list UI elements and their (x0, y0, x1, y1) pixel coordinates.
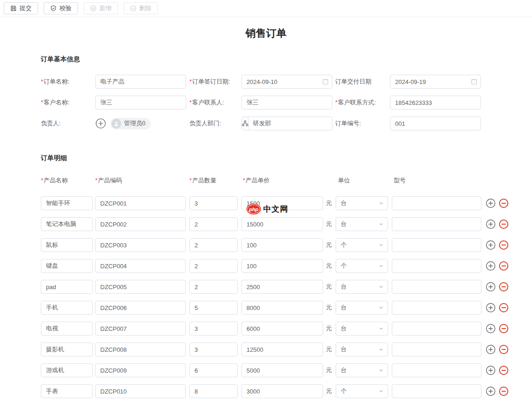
unit-select[interactable]: 台 (336, 363, 388, 377)
product-model-input[interactable] (392, 238, 481, 252)
product-code-input[interactable] (95, 196, 186, 210)
product-name-input[interactable] (41, 238, 93, 252)
product-name-input[interactable] (41, 384, 93, 398)
chevron-down-icon (378, 305, 384, 310)
product-price-input[interactable] (241, 384, 323, 398)
product-qty-input[interactable] (189, 217, 238, 231)
row-add-button[interactable] (486, 323, 496, 334)
unit-select[interactable]: 台 (336, 301, 388, 315)
product-price-input[interactable] (241, 196, 323, 210)
product-code-input[interactable] (95, 238, 186, 252)
unit-select-value: 个 (341, 262, 347, 270)
row-add-button[interactable] (486, 219, 496, 229)
add-member-button[interactable] (95, 118, 106, 129)
row-remove-button[interactable] (499, 386, 509, 396)
delete-button[interactable]: 删除 (123, 2, 158, 14)
product-model-input[interactable] (392, 384, 481, 398)
product-name-input[interactable] (41, 217, 93, 231)
owner-dept-input[interactable] (249, 117, 332, 130)
row-add-button[interactable] (486, 198, 496, 208)
unit-select[interactable]: 台 (336, 280, 388, 294)
product-qty-input[interactable] (189, 238, 238, 252)
product-model-input[interactable] (392, 217, 481, 231)
validate-button[interactable]: 校验 (44, 2, 78, 14)
product-model-input[interactable] (392, 322, 481, 336)
product-name-input[interactable] (41, 280, 93, 294)
row-add-button[interactable] (486, 303, 496, 313)
product-price-input[interactable] (241, 238, 323, 252)
product-qty-input[interactable] (189, 259, 238, 273)
product-qty-input[interactable] (189, 322, 238, 336)
row-add-button[interactable] (486, 386, 496, 396)
row-add-button[interactable] (486, 240, 496, 250)
product-model-input[interactable] (392, 363, 481, 377)
owner-member-tag[interactable]: 管理员0 (110, 118, 151, 129)
row-remove-button[interactable] (499, 344, 509, 355)
product-code-input[interactable] (95, 384, 186, 398)
product-code-input[interactable] (95, 301, 186, 315)
unit-select[interactable]: 台 (336, 217, 388, 231)
customer-contact-input[interactable] (241, 96, 332, 110)
sign-date-input[interactable] (241, 75, 332, 89)
row-remove-button[interactable] (499, 303, 509, 313)
product-name-input[interactable] (41, 342, 93, 356)
unit-select[interactable]: 台 (336, 342, 388, 356)
product-model-input[interactable] (392, 301, 481, 315)
product-model-input[interactable] (392, 196, 481, 210)
order-no-input[interactable] (390, 116, 481, 130)
unit-select[interactable]: 个 (336, 384, 388, 398)
minus-circle-icon (499, 282, 509, 292)
product-qty-input[interactable] (189, 196, 238, 210)
product-qty-input[interactable] (189, 280, 238, 294)
product-qty-input[interactable] (189, 301, 238, 315)
row-remove-button[interactable] (499, 282, 509, 292)
product-qty-input[interactable] (189, 342, 238, 356)
product-name-input[interactable] (41, 259, 93, 273)
unit-select[interactable]: 个 (336, 259, 388, 273)
unit-select[interactable]: 个 (336, 238, 388, 252)
product-name-input[interactable] (41, 363, 93, 377)
product-model-input[interactable] (392, 342, 481, 356)
product-qty-input[interactable] (189, 363, 238, 377)
detail-row: 元 个 (41, 259, 532, 273)
required-mark: * (41, 99, 43, 106)
product-code-input[interactable] (95, 363, 186, 377)
product-price-input[interactable] (241, 280, 323, 294)
product-price-input[interactable] (241, 259, 323, 273)
product-name-input[interactable] (41, 301, 93, 315)
product-price-input[interactable] (241, 363, 323, 377)
delivery-date-input[interactable] (390, 75, 481, 89)
unit-select[interactable]: 台 (336, 196, 388, 210)
order-name-input[interactable] (95, 75, 186, 89)
product-code-input[interactable] (95, 217, 186, 231)
customer-name-input[interactable] (95, 96, 186, 110)
product-qty-input[interactable] (189, 384, 238, 398)
unit-select[interactable]: 台 (336, 322, 388, 336)
row-remove-button[interactable] (499, 365, 509, 375)
customer-phone-input[interactable] (390, 96, 481, 110)
product-model-input[interactable] (392, 280, 481, 294)
row-remove-button[interactable] (499, 261, 509, 271)
row-add-button[interactable] (486, 282, 496, 292)
product-name-input[interactable] (41, 196, 93, 210)
org-tree-icon[interactable] (242, 117, 249, 130)
submit-button[interactable]: 提交 (4, 2, 38, 14)
product-price-input[interactable] (241, 322, 323, 336)
row-add-button[interactable] (486, 344, 496, 355)
row-remove-button[interactable] (499, 198, 509, 208)
row-add-button[interactable] (486, 261, 496, 271)
product-code-input[interactable] (95, 322, 186, 336)
row-remove-button[interactable] (499, 219, 509, 229)
product-code-input[interactable] (95, 342, 186, 356)
product-price-input[interactable] (241, 217, 323, 231)
product-name-input[interactable] (41, 322, 93, 336)
product-code-input[interactable] (95, 280, 186, 294)
product-model-input[interactable] (392, 259, 481, 273)
product-price-input[interactable] (241, 342, 323, 356)
add-button[interactable]: 新增 (84, 2, 118, 14)
product-code-input[interactable] (95, 259, 186, 273)
product-price-input[interactable] (241, 301, 323, 315)
row-remove-button[interactable] (499, 240, 509, 250)
row-remove-button[interactable] (499, 323, 509, 334)
row-add-button[interactable] (486, 365, 496, 375)
